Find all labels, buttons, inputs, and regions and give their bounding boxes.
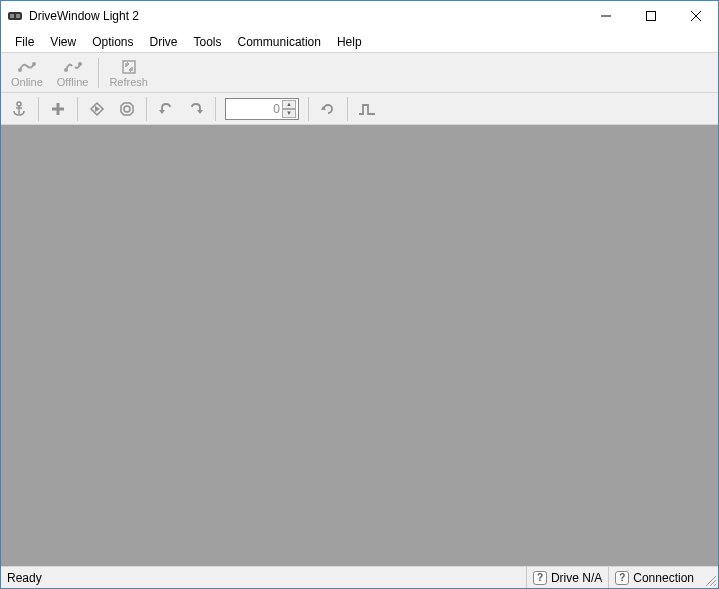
menu-tools[interactable]: Tools: [186, 33, 230, 51]
help-icon: ?: [533, 571, 547, 585]
status-drive: ? Drive N/A: [526, 567, 608, 588]
add-button[interactable]: [44, 96, 72, 122]
connection-toolbar: Online Offline Refresh: [1, 53, 718, 93]
anchor-button[interactable]: [5, 96, 33, 122]
toolbar-separator: [215, 97, 216, 121]
plus-icon: [51, 102, 65, 116]
title-bar: DriveWindow Light 2: [1, 1, 718, 31]
online-label: Online: [11, 76, 43, 88]
undo-button[interactable]: [152, 96, 180, 122]
close-button[interactable]: [673, 1, 718, 31]
app-icon: [7, 8, 23, 24]
refresh-icon: [121, 58, 137, 76]
status-drive-text: Drive N/A: [551, 571, 602, 585]
pulse-icon: [358, 102, 376, 116]
menu-help[interactable]: Help: [329, 33, 370, 51]
toolbar-separator: [77, 97, 78, 121]
svg-point-8: [32, 62, 36, 66]
svg-marker-18: [95, 106, 100, 112]
toolbar-separator: [146, 97, 147, 121]
toolbar-separator: [308, 97, 309, 121]
svg-point-7: [18, 68, 22, 72]
status-ready-text: Ready: [7, 571, 42, 585]
menu-view[interactable]: View: [42, 33, 84, 51]
status-bar: Ready ? Drive N/A ? Connection: [1, 566, 718, 588]
maximize-button[interactable]: [628, 1, 673, 31]
menu-drive[interactable]: Drive: [142, 33, 186, 51]
status-connection: ? Connection: [608, 567, 700, 588]
online-button[interactable]: Online: [5, 56, 49, 90]
toolbar-separator: [98, 58, 99, 88]
svg-point-10: [78, 62, 82, 66]
reset-icon: [320, 101, 336, 117]
anchor-icon: [11, 101, 27, 117]
value-text: 0: [273, 102, 280, 116]
offline-label: Offline: [57, 76, 89, 88]
menu-bar: File View Options Drive Tools Communicat…: [1, 31, 718, 53]
start-button[interactable]: [83, 96, 111, 122]
play-icon: [89, 101, 105, 117]
svg-rect-4: [646, 12, 655, 21]
toolbar-separator: [38, 97, 39, 121]
svg-marker-22: [197, 110, 203, 114]
status-connection-text: Connection: [633, 571, 694, 585]
menu-options[interactable]: Options: [84, 33, 141, 51]
refresh-button[interactable]: Refresh: [103, 56, 154, 90]
svg-rect-2: [16, 14, 20, 18]
minimize-button[interactable]: [583, 1, 628, 31]
offline-button[interactable]: Offline: [51, 56, 95, 90]
menu-communication[interactable]: Communication: [230, 33, 329, 51]
reset-button[interactable]: [314, 96, 342, 122]
svg-line-26: [714, 584, 716, 586]
spin-up-button[interactable]: ▲: [282, 100, 296, 109]
undo-icon: [158, 102, 174, 116]
redo-button[interactable]: [182, 96, 210, 122]
stop-icon: [119, 101, 135, 117]
offline-icon: [63, 58, 83, 76]
window-title: DriveWindow Light 2: [29, 9, 139, 23]
resize-grip[interactable]: [700, 567, 718, 588]
value-input[interactable]: 0 ▲ ▼: [225, 98, 299, 120]
stop-button[interactable]: [113, 96, 141, 122]
menu-file[interactable]: File: [7, 33, 42, 51]
svg-marker-19: [121, 103, 133, 115]
help-icon: ?: [615, 571, 629, 585]
svg-point-9: [64, 68, 68, 72]
control-toolbar: 0 ▲ ▼: [1, 93, 718, 125]
workspace-area: [1, 125, 718, 566]
status-ready: Ready: [1, 567, 526, 588]
svg-point-12: [17, 102, 21, 106]
svg-point-20: [124, 106, 130, 112]
svg-rect-11: [123, 61, 135, 73]
online-icon: [17, 58, 37, 76]
spin-down-button[interactable]: ▼: [282, 109, 296, 118]
refresh-label: Refresh: [109, 76, 148, 88]
toolbar-separator: [347, 97, 348, 121]
svg-marker-21: [159, 110, 165, 114]
pulse-button[interactable]: [353, 96, 381, 122]
svg-rect-1: [10, 14, 14, 18]
redo-icon: [188, 102, 204, 116]
spinner: ▲ ▼: [282, 100, 296, 118]
